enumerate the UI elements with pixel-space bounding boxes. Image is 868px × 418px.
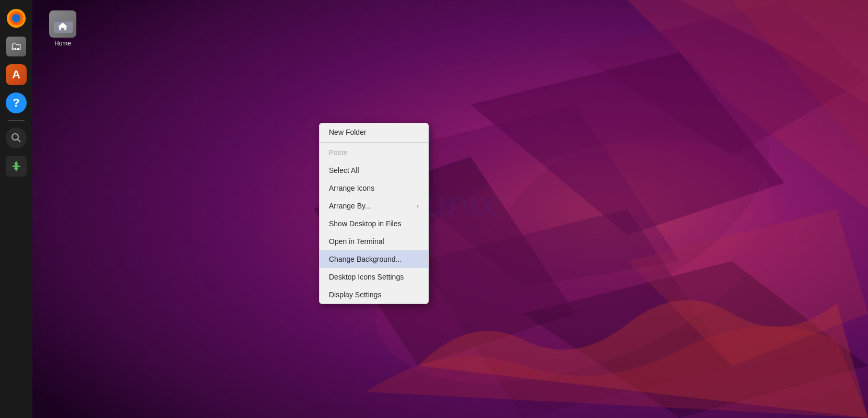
folder-home-svg xyxy=(52,13,74,35)
dock-item-appstore[interactable]: A xyxy=(4,63,28,87)
menu-item-desktop-icons-settings[interactable]: Desktop Icons Settings xyxy=(319,268,428,286)
dock-item-files[interactable]: 🗂 xyxy=(4,34,28,59)
menu-item-open-terminal[interactable]: Open in Terminal xyxy=(319,233,428,250)
dock-separator-1 xyxy=(8,120,25,121)
menu-item-display-settings[interactable]: Display Settings xyxy=(319,286,428,304)
home-folder-icon xyxy=(49,10,76,38)
trash-icon xyxy=(6,156,27,177)
svg-point-16 xyxy=(12,134,18,140)
menu-item-select-all[interactable]: Select All xyxy=(319,161,428,179)
dock: 🗂 A ? xyxy=(0,0,32,418)
svg-point-15 xyxy=(12,14,20,22)
desktop-icon-home[interactable]: Home xyxy=(42,10,84,47)
dock-item-trash[interactable] xyxy=(4,154,28,178)
context-menu: New Folder Paste Select All Arrange Icon… xyxy=(319,123,429,304)
dock-item-lens[interactable] xyxy=(4,126,28,150)
recycle-icon xyxy=(10,160,22,172)
menu-item-show-desktop-files[interactable]: Show Desktop in Files xyxy=(319,215,428,233)
dock-item-help[interactable]: ? xyxy=(4,91,28,115)
menu-item-arrange-by[interactable]: Arrange By... › xyxy=(319,197,428,215)
arrange-by-arrow: › xyxy=(417,202,419,210)
home-icon-label: Home xyxy=(54,40,71,47)
menu-item-change-background[interactable]: Change Background... xyxy=(319,250,428,268)
menu-item-paste[interactable]: Paste xyxy=(319,144,428,161)
search-icon xyxy=(10,132,22,144)
desktop: ifarunix UNIX TIPS & TUTORIALS 🗂 A xyxy=(0,0,868,418)
help-icon: ? xyxy=(6,92,27,113)
files-icon: 🗂 xyxy=(6,37,26,56)
menu-separator-1 xyxy=(319,142,428,143)
firefox-icon xyxy=(6,8,27,29)
lens-icon xyxy=(6,127,27,148)
svg-line-17 xyxy=(18,140,21,143)
appstore-icon: A xyxy=(6,64,27,85)
dock-item-firefox[interactable] xyxy=(4,6,28,30)
menu-item-new-folder[interactable]: New Folder xyxy=(319,123,428,141)
menu-item-arrange-icons[interactable]: Arrange Icons xyxy=(319,179,428,197)
desktop-background xyxy=(0,0,868,418)
desktop-icons-area: Home xyxy=(42,10,84,47)
